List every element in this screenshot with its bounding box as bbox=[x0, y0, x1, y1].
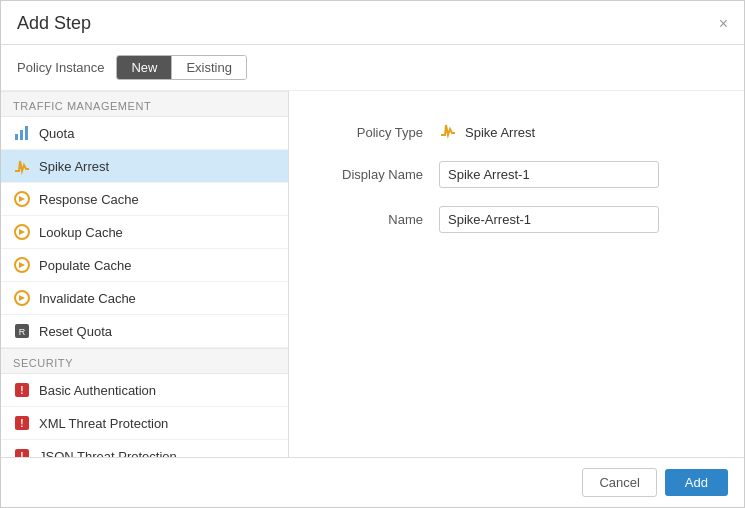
sidebar-item-label-lookup-cache: Lookup Cache bbox=[39, 225, 123, 240]
svg-text:R: R bbox=[19, 327, 26, 337]
populate-cache-icon bbox=[13, 256, 31, 274]
dialog-body: Traffic Management Quota bbox=[1, 91, 744, 457]
sidebar-item-label-quota: Quota bbox=[39, 126, 74, 141]
tab-existing[interactable]: Existing bbox=[172, 56, 246, 79]
svg-text:!: ! bbox=[20, 385, 23, 396]
sidebar-item-label-invalidate-cache: Invalidate Cache bbox=[39, 291, 136, 306]
policy-type-label: Policy Type bbox=[319, 125, 439, 140]
add-button[interactable]: Add bbox=[665, 469, 728, 496]
dialog-header: Add Step × bbox=[1, 1, 744, 45]
sidebar-item-reset-quota[interactable]: R Reset Quota bbox=[1, 315, 288, 348]
json-threat-icon: ! bbox=[13, 447, 31, 457]
sidebar-item-invalidate-cache[interactable]: Invalidate Cache bbox=[1, 282, 288, 315]
sidebar-item-populate-cache[interactable]: Populate Cache bbox=[1, 249, 288, 282]
svg-rect-2 bbox=[25, 126, 28, 140]
sidebar-item-json-threat[interactable]: ! JSON Threat Protection bbox=[1, 440, 288, 457]
response-cache-icon bbox=[13, 190, 31, 208]
svg-text:!: ! bbox=[20, 418, 23, 429]
sidebar-item-response-cache[interactable]: Response Cache bbox=[1, 183, 288, 216]
svg-rect-1 bbox=[20, 130, 23, 140]
section-header-security: Security bbox=[1, 348, 288, 374]
sidebar-item-lookup-cache[interactable]: Lookup Cache bbox=[1, 216, 288, 249]
display-name-input[interactable] bbox=[439, 161, 659, 188]
dialog-title: Add Step bbox=[17, 13, 91, 34]
add-step-dialog: Add Step × Policy Instance New Existing … bbox=[0, 0, 745, 508]
tab-new[interactable]: New bbox=[117, 56, 172, 79]
name-label: Name bbox=[319, 212, 439, 227]
name-input[interactable] bbox=[439, 206, 659, 233]
cancel-button[interactable]: Cancel bbox=[582, 468, 656, 497]
name-row: Name bbox=[319, 206, 714, 233]
basic-auth-icon: ! bbox=[13, 381, 31, 399]
sidebar-item-basic-auth[interactable]: ! Basic Authentication bbox=[1, 374, 288, 407]
policy-instance-row: Policy Instance New Existing bbox=[1, 45, 744, 91]
policy-type-name: Spike Arrest bbox=[465, 125, 535, 140]
sidebar-item-label-reset-quota: Reset Quota bbox=[39, 324, 112, 339]
sidebar-item-quota[interactable]: Quota bbox=[1, 117, 288, 150]
sidebar-item-label-xml-threat: XML Threat Protection bbox=[39, 416, 168, 431]
close-button[interactable]: × bbox=[719, 16, 728, 32]
sidebar-item-label-spike: Spike Arrest bbox=[39, 159, 109, 174]
sidebar-item-label-basic-auth: Basic Authentication bbox=[39, 383, 156, 398]
sidebar-item-label-populate-cache: Populate Cache bbox=[39, 258, 132, 273]
section-header-traffic: Traffic Management bbox=[1, 91, 288, 117]
lookup-cache-icon bbox=[13, 223, 31, 241]
invalidate-cache-icon bbox=[13, 289, 31, 307]
policy-type-value: Spike Arrest bbox=[439, 121, 535, 143]
reset-quota-icon: R bbox=[13, 322, 31, 340]
sidebar-item-spike-arrest[interactable]: Spike Arrest bbox=[1, 150, 288, 183]
policy-type-icon bbox=[439, 121, 457, 143]
spike-arrest-icon bbox=[13, 157, 31, 175]
sidebar-item-label-json-threat: JSON Threat Protection bbox=[39, 449, 177, 458]
quota-icon bbox=[13, 124, 31, 142]
policy-instance-tabs: New Existing bbox=[116, 55, 247, 80]
svg-rect-0 bbox=[15, 134, 18, 140]
sidebar-item-label-response-cache: Response Cache bbox=[39, 192, 139, 207]
policy-instance-label: Policy Instance bbox=[17, 60, 104, 75]
dialog-footer: Cancel Add bbox=[1, 457, 744, 507]
xml-threat-icon: ! bbox=[13, 414, 31, 432]
display-name-label: Display Name bbox=[319, 167, 439, 182]
display-name-row: Display Name bbox=[319, 161, 714, 188]
sidebar: Traffic Management Quota bbox=[1, 91, 289, 457]
sidebar-item-xml-threat[interactable]: ! XML Threat Protection bbox=[1, 407, 288, 440]
policy-type-row: Policy Type Spike Arrest bbox=[319, 121, 714, 143]
main-panel: Policy Type Spike Arrest Display Name Na bbox=[289, 91, 744, 457]
